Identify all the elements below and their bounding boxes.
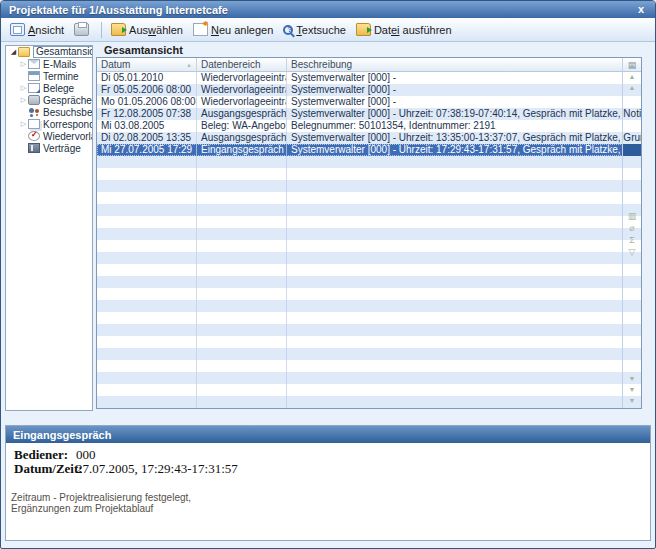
- cell-beschreibung: [287, 384, 641, 396]
- scroll-up-icon[interactable]: ▲: [629, 82, 636, 93]
- cell-datenbereich: Beleg: WA-Angebot (alle Bel: [197, 120, 287, 132]
- run-file-button[interactable]: Datei ausführen: [351, 19, 457, 41]
- cell-datenbereich: [197, 288, 287, 300]
- tree-item-korrespondenzen[interactable]: ▷Korrespondenzen: [6, 118, 92, 130]
- cell-datenbereich: [197, 408, 287, 409]
- table-row[interactable]: Mi 03.08.2005Beleg: WA-Angebot (alle Bel…: [97, 120, 641, 132]
- detail-note-line: Zeitraum - Projektrealisierung festgeleg…: [11, 492, 650, 503]
- window-frame: Projektakte für 1/Ausstattung Internetca…: [0, 0, 656, 549]
- detail-field-label: Datum/Zeit:: [14, 462, 76, 476]
- columns-icon[interactable]: ▥: [628, 210, 637, 222]
- cell-datum: [97, 204, 197, 216]
- table-row[interactable]: Fr 12.08.2005 07:38AusgangsgesprächSyste…: [97, 108, 641, 120]
- cell-beschreibung: [287, 156, 641, 168]
- column-header-label: Beschreibung: [291, 59, 352, 70]
- cell-datenbereich: Wiedervorlageeintrag: [197, 84, 287, 96]
- tree-item-emails[interactable]: ▷E-Mails: [6, 58, 92, 70]
- column-header-beschreibung[interactable]: Beschreibung: [287, 58, 622, 71]
- expander-closed-icon[interactable]: ▷: [19, 94, 28, 106]
- scroll-down-icon[interactable]: ▼: [629, 373, 636, 384]
- detail-note-line: Ergänzungen zum Projektablauf: [11, 503, 650, 514]
- tree-item-besuchsberichte[interactable]: Besuchsberichte: [6, 106, 92, 118]
- scroll-down-icon[interactable]: ▼: [629, 384, 636, 395]
- cell-datenbereich: [197, 204, 287, 216]
- tree-item-label: Besuchsberichte: [43, 107, 93, 118]
- table-row-empty: [97, 408, 641, 409]
- scroll-bottom-icon[interactable]: ▼: [629, 395, 636, 406]
- table-row-empty: [97, 324, 641, 336]
- text-search-icon: [283, 25, 293, 35]
- cell-beschreibung: [287, 204, 641, 216]
- cell-datum: [97, 300, 197, 312]
- summary-icon[interactable]: Σ: [629, 234, 635, 246]
- cell-datum: [97, 408, 197, 409]
- table-row-empty: [97, 204, 641, 216]
- tree-item-vertrge[interactable]: Verträge: [6, 142, 92, 154]
- table-row-empty: [97, 276, 641, 288]
- tree-item-wiedervorlagen[interactable]: Wiedervorlagen: [6, 130, 92, 142]
- cell-datum: [97, 216, 197, 228]
- cell-datenbereich: [197, 252, 287, 264]
- tree-item-label: Korrespondenzen: [43, 119, 93, 130]
- expander-closed-icon[interactable]: ▷: [19, 118, 28, 130]
- table-row-empty: [97, 372, 641, 384]
- cell-datum: [97, 372, 197, 384]
- close-button[interactable]: x: [635, 2, 647, 17]
- filter-icon[interactable]: ▽: [629, 246, 636, 258]
- table-row[interactable]: Di 02.08.2005 13:35AusgangsgesprächSyste…: [97, 132, 641, 144]
- application-window: Projektakte für 1/Ausstattung Internetca…: [0, 0, 656, 549]
- cell-datenbereich: [197, 276, 287, 288]
- toolbar: AnsichtAuswählenNeu anlegenTextsucheDate…: [1, 18, 655, 42]
- cell-datenbereich: [197, 264, 287, 276]
- search-icon[interactable]: ⌀: [629, 222, 634, 234]
- table-row[interactable]: Mi 27.07.2005 17:29EingangsgesprächSyste…: [97, 144, 641, 156]
- print-button[interactable]: [69, 19, 97, 41]
- table-row[interactable]: Di 05.01.2010WiedervorlageeintragSystemv…: [97, 72, 641, 84]
- expander-open-icon[interactable]: ◢: [9, 46, 18, 58]
- select-button-label: Auswählen: [129, 24, 183, 36]
- table-row-empty: [97, 348, 641, 360]
- tree-item-belege[interactable]: ▷Belege: [6, 82, 92, 94]
- table-row-empty: [97, 264, 641, 276]
- table-row[interactable]: Mo 01.05.2006 08:00WiedervorlageeintragS…: [97, 96, 641, 108]
- scroll-up-icon[interactable]: ▲: [629, 71, 636, 82]
- cell-datenbereich: [197, 240, 287, 252]
- cell-beschreibung: Systemverwalter [000] - Uhrzeit: 13:35:0…: [287, 132, 641, 144]
- cell-datum: [97, 252, 197, 264]
- tree-root-gesamtansicht[interactable]: ◢Gesamtansicht: [6, 46, 92, 58]
- cell-datenbereich: [197, 180, 287, 192]
- cell-datum: [97, 396, 197, 408]
- tree-item-termine[interactable]: Termine: [6, 70, 92, 82]
- tree-item-gesprche[interactable]: ▷Gespräche: [6, 94, 92, 106]
- expander-closed-icon[interactable]: ▷: [19, 82, 28, 94]
- table-row[interactable]: Fr 05.05.2006 08:00WiedervorlageeintragS…: [97, 84, 641, 96]
- text-search-button[interactable]: Textsuche: [278, 19, 351, 41]
- column-header-datum[interactable]: Datum▲: [97, 58, 197, 71]
- cell-datenbereich: [197, 396, 287, 408]
- cell-datum: [97, 324, 197, 336]
- scroll-top-icon[interactable]: ▲: [629, 60, 636, 71]
- new-entry-button[interactable]: Neu anlegen: [188, 19, 278, 41]
- records-table: Datum▲DatenbereichBeschreibung▤ Di 05.01…: [96, 57, 642, 409]
- tree-item-label: E-Mails: [43, 59, 76, 70]
- select-button[interactable]: Auswählen: [106, 19, 188, 41]
- detail-notes: Zeitraum - Projektrealisierung festgeleg…: [11, 492, 650, 514]
- cell-beschreibung: [287, 360, 641, 372]
- table-row-empty: [97, 180, 641, 192]
- cell-beschreibung: [287, 192, 641, 204]
- cell-beschreibung: [287, 216, 641, 228]
- cell-datenbereich: [197, 372, 287, 384]
- cell-datenbereich: [197, 348, 287, 360]
- table-header: Datum▲DatenbereichBeschreibung▤: [97, 58, 641, 72]
- detail-field-value: 27.07.2005, 17:29:43-17:31:57: [76, 462, 650, 476]
- cell-beschreibung: Systemverwalter [000] -: [287, 84, 641, 96]
- view-button[interactable]: Ansicht: [5, 19, 69, 41]
- cell-datum: Mi 27.07.2005 17:29: [97, 144, 197, 156]
- cell-beschreibung: [287, 240, 641, 252]
- expander-closed-icon[interactable]: ▷: [19, 58, 28, 70]
- cell-datum: [97, 156, 197, 168]
- table-row-empty: [97, 396, 641, 408]
- column-header-datenbereich[interactable]: Datenbereich: [197, 58, 287, 71]
- table-row-empty: [97, 336, 641, 348]
- tree-item-label: Verträge: [43, 143, 81, 154]
